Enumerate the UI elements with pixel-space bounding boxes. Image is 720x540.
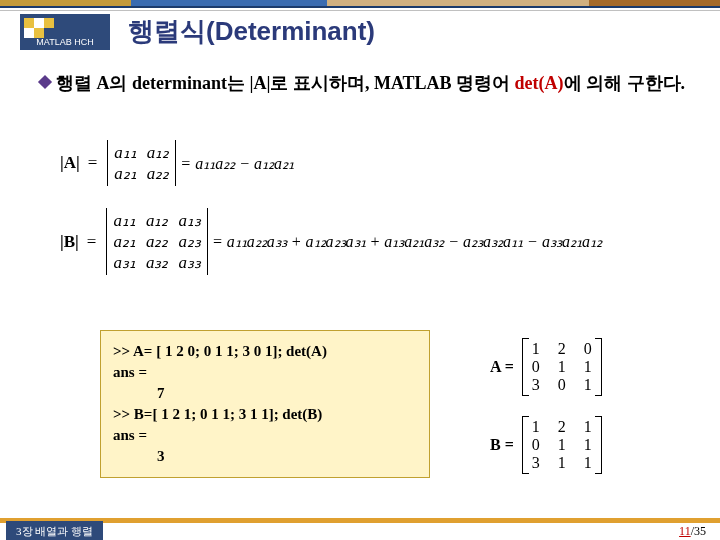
top-rule-thin	[0, 10, 720, 11]
page-total: /35	[691, 524, 706, 538]
detA-label: |A|	[60, 153, 80, 173]
matrix-definitions: A = 120 011 301 B = 121 011 311	[490, 338, 602, 494]
matA-label: A =	[490, 358, 514, 376]
top-rule	[0, 6, 720, 8]
det-3x3: |B| = a₁₁a₁₂a₁₃ a₂₁a₂₂a₂₃ a₃₁a₃₂a₃₃ = a₁…	[60, 208, 602, 275]
page-title: 행렬식(Determinant)	[128, 14, 375, 49]
diamond-bullet-icon	[38, 75, 52, 89]
matrix-A: A = 120 011 301	[490, 338, 602, 396]
footer: 3장 배열과 행렬 11/35	[0, 518, 720, 540]
code-line: ans =	[113, 425, 417, 446]
page-number: 11/35	[679, 524, 706, 539]
logo-label: MATLAB HCH	[36, 37, 93, 47]
page-current: 11	[679, 524, 691, 538]
logo-cube-icon	[24, 18, 54, 38]
logo-badge: MATLAB HCH	[20, 14, 110, 50]
code-line: >> A= [ 1 2 0; 0 1 1; 3 0 1]; det(A)	[113, 341, 417, 362]
detB-rhs: = a₁₁a₂₂a₃₃ + a₁₂a₂₃a₃₁ + a₁₃a₂₁a₃₂ − a₂…	[212, 232, 602, 251]
bullet-suffix: 에 의해 구한다.	[564, 73, 686, 93]
chapter-label: 3장 배열과 행렬	[6, 521, 103, 540]
matlab-code-box: >> A= [ 1 2 0; 0 1 1; 3 0 1]; det(A) ans…	[100, 330, 430, 478]
matrix-B: B = 121 011 311	[490, 416, 602, 474]
det-2x2: |A| = a₁₁a₁₂ a₂₁a₂₂ = a₁₁a₂₂ − a₁₂a₂₁	[60, 140, 602, 186]
code-line: >> B=[ 1 2 1; 0 1 1; 3 1 1]; det(B)	[113, 404, 417, 425]
code-result: 7	[113, 383, 417, 404]
detB-label: |B|	[60, 232, 79, 252]
matB-label: B =	[490, 436, 514, 454]
math-block: |A| = a₁₁a₁₂ a₂₁a₂₂ = a₁₁a₂₂ − a₁₂a₂₁ |B…	[60, 140, 602, 297]
detA-rhs: = a₁₁a₂₂ − a₁₂a₂₁	[180, 154, 294, 173]
bullet-prefix: 행렬 A의 determinant는 |A|로 표시하며, MATLAB 명령어	[56, 73, 515, 93]
code-line: ans =	[113, 362, 417, 383]
bullet-highlight: det(A)	[515, 73, 564, 93]
bullet-item: 행렬 A의 determinant는 |A|로 표시하며, MATLAB 명령어…	[40, 70, 700, 97]
bullet-text: 행렬 A의 determinant는 |A|로 표시하며, MATLAB 명령어…	[56, 70, 685, 97]
code-result: 3	[113, 446, 417, 467]
